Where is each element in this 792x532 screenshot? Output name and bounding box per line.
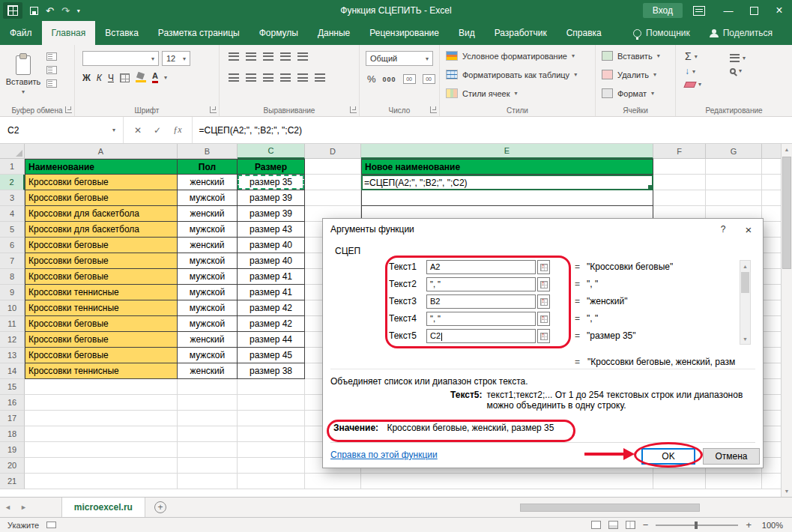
comma-style-button[interactable]: 000 xyxy=(383,76,396,83)
arg-input-2[interactable]: ", " xyxy=(426,277,536,291)
column-header-E[interactable]: E xyxy=(361,144,653,159)
increase-indent-icon[interactable] xyxy=(297,73,308,82)
ribbon-tab-3[interactable]: Разметка страницы xyxy=(148,21,250,45)
insert-function-icon[interactable]: ƒx xyxy=(173,124,181,136)
cell-C18[interactable] xyxy=(238,426,305,442)
cell-A15[interactable] xyxy=(25,379,178,395)
align-top-icon[interactable] xyxy=(229,52,239,61)
assistant-button[interactable]: Помощник xyxy=(633,28,690,38)
cell-F21[interactable] xyxy=(653,474,706,489)
cell-A4[interactable]: Кроссовки для баскетбола xyxy=(25,206,178,222)
decrease-decimal-icon[interactable]: 00 xyxy=(423,74,435,84)
cell-B7[interactable]: мужской xyxy=(178,253,238,269)
wrap-text-icon[interactable] xyxy=(297,52,308,61)
ribbon-tab-0[interactable]: Файл xyxy=(0,21,42,45)
styles-button-0[interactable]: Условное форматирование▾ xyxy=(440,46,595,65)
name-box-chevron-icon[interactable]: ▾ xyxy=(112,127,115,133)
zoom-slider-thumb[interactable] xyxy=(695,522,698,529)
cell-E1[interactable]: Новое наименование xyxy=(361,159,653,175)
cell-A14[interactable]: Кроссовки теннисные xyxy=(25,363,178,379)
cell-C9[interactable]: размер 41 xyxy=(238,285,305,300)
ribbon-display-options-icon[interactable] xyxy=(693,6,705,16)
column-header-A[interactable]: A xyxy=(25,144,178,159)
cell-A9[interactable]: Кроссовки теннисные xyxy=(25,285,178,300)
cell-C2[interactable]: размер 35 xyxy=(238,175,305,190)
dialog-scrollbar-thumb[interactable] xyxy=(741,272,749,293)
cell-A18[interactable] xyxy=(25,426,178,442)
clipboard-dialog-launcher-icon[interactable] xyxy=(65,106,72,113)
align-center-icon[interactable] xyxy=(246,73,256,82)
cell-B11[interactable]: мужской xyxy=(178,316,238,332)
ok-button[interactable]: OK xyxy=(641,448,695,465)
zoom-in-icon[interactable]: + xyxy=(746,520,752,530)
cell-A7[interactable]: Кроссовки беговые xyxy=(25,253,178,269)
cell-A3[interactable]: Кроссовки беговые xyxy=(25,190,178,206)
cell-B14[interactable]: женский xyxy=(178,363,238,379)
row-header-9[interactable]: 9 xyxy=(0,285,25,300)
font-color-icon[interactable]: А xyxy=(152,72,158,83)
ribbon-tab-1[interactable]: Главная xyxy=(42,21,96,45)
row-header-3[interactable]: 3 xyxy=(0,190,25,206)
cell-F3[interactable] xyxy=(653,190,706,206)
collapse-dialog-button-5[interactable] xyxy=(537,329,550,343)
cell-G21[interactable] xyxy=(706,474,762,489)
row-header-17[interactable]: 17 xyxy=(0,411,25,426)
cell-C1[interactable]: Размер xyxy=(238,159,305,175)
cell-E3[interactable] xyxy=(361,190,653,206)
merge-center-icon[interactable] xyxy=(315,73,325,82)
zoom-out-icon[interactable]: − xyxy=(643,520,649,530)
number-dialog-launcher-icon[interactable] xyxy=(430,106,437,113)
cell-C7[interactable]: размер 40 xyxy=(238,253,305,269)
row-header-2[interactable]: 2 xyxy=(0,175,25,190)
ribbon-tab-5[interactable]: Данные xyxy=(308,21,360,45)
cell-B2[interactable]: женский xyxy=(178,175,238,190)
cell-G1[interactable] xyxy=(706,159,762,175)
cell-C15[interactable] xyxy=(238,379,305,395)
cell-G2[interactable] xyxy=(706,175,762,190)
undo-icon[interactable]: ↶ xyxy=(46,6,54,16)
fill-color-icon[interactable] xyxy=(136,73,146,82)
collapse-dialog-button-2[interactable] xyxy=(537,277,550,291)
sign-in-button[interactable]: Вход xyxy=(643,3,683,18)
dialog-close-icon[interactable]: × xyxy=(737,219,760,240)
font-name-select[interactable]: ▾ xyxy=(82,51,159,66)
underline-button[interactable]: Ч xyxy=(108,73,114,83)
ribbon-tab-6[interactable]: Рецензирование xyxy=(360,21,449,45)
cell-B4[interactable]: женский xyxy=(178,206,238,222)
row-header-11[interactable]: 11 xyxy=(0,316,25,332)
cell-C16[interactable] xyxy=(238,395,305,411)
cells-button-0[interactable]: Вставить▾ xyxy=(596,46,675,65)
format-painter-icon[interactable] xyxy=(46,79,57,88)
align-left-icon[interactable] xyxy=(229,73,239,82)
column-header-F[interactable]: F xyxy=(653,144,706,159)
cell-A11[interactable]: Кроссовки беговые xyxy=(25,316,178,332)
cell-C19[interactable] xyxy=(238,442,305,458)
row-header-13[interactable]: 13 xyxy=(0,348,25,363)
cell-A1[interactable]: Наименование xyxy=(25,159,178,175)
function-help-link[interactable]: Справка по этой функции xyxy=(330,450,438,460)
italic-button[interactable]: К xyxy=(97,73,102,83)
vertical-scrollbar-thumb[interactable] xyxy=(782,157,791,269)
arg-input-3[interactable]: B2 xyxy=(426,294,536,309)
column-header-C[interactable]: C xyxy=(238,144,305,159)
page-layout-view-icon[interactable] xyxy=(608,521,618,529)
cell-C3[interactable]: размер 39 xyxy=(238,190,305,206)
horizontal-scrollbar[interactable] xyxy=(517,504,777,512)
zoom-slider[interactable] xyxy=(656,525,738,526)
ribbon-tab-9[interactable]: Справка xyxy=(557,21,611,45)
cell-C14[interactable]: размер 38 xyxy=(238,363,305,379)
dialog-args-scrollbar[interactable]: ▲ ▼ xyxy=(740,260,751,345)
row-header-15[interactable]: 15 xyxy=(0,379,25,395)
alignment-dialog-launcher-icon[interactable] xyxy=(350,106,357,113)
cell-A17[interactable] xyxy=(25,411,178,426)
cell-A8[interactable]: Кроссовки беговые xyxy=(25,269,178,285)
cancel-entry-icon[interactable]: ✕ xyxy=(134,125,142,136)
sheet-scroll-right-icon[interactable]: ► xyxy=(16,504,31,511)
arg-input-5[interactable]: C2 xyxy=(426,329,536,343)
scroll-up-icon[interactable]: ▲ xyxy=(782,144,792,155)
row-header-6[interactable]: 6 xyxy=(0,238,25,253)
new-sheet-button[interactable]: + xyxy=(154,501,166,513)
zoom-level[interactable]: 100% xyxy=(759,521,783,530)
font-size-select[interactable]: 12▾ xyxy=(162,51,190,66)
cell-C4[interactable]: размер 39 xyxy=(238,206,305,222)
